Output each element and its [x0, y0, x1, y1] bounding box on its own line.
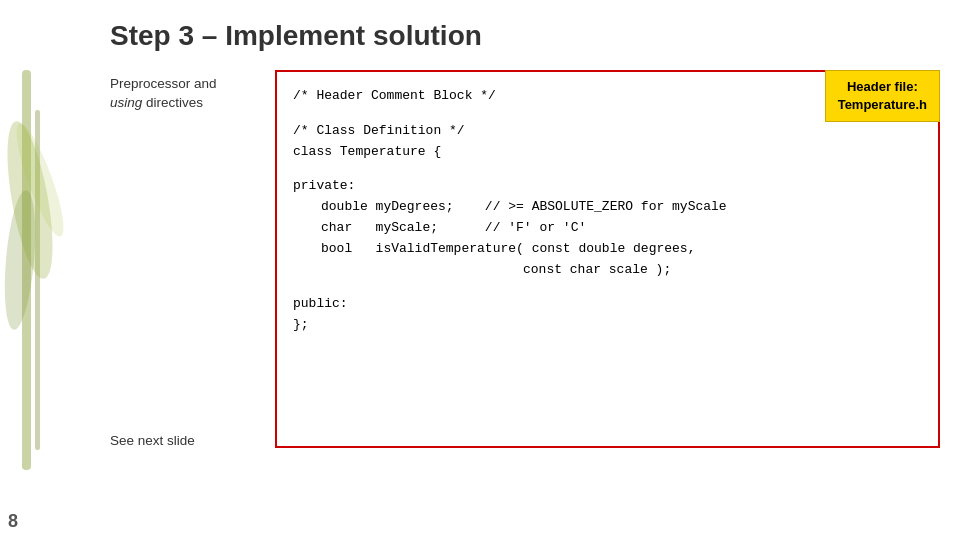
code-line-2: /* Class Definition */ [293, 121, 922, 142]
label-column: Preprocessor and using directives See ne… [110, 70, 275, 448]
code-line-6: char myScale; // 'F' or 'C' [293, 218, 922, 239]
label-preprocessor: Preprocessor and using directives [110, 75, 275, 113]
code-box: Header file: Temperature.h /* Header Com… [275, 70, 940, 448]
code-content: /* Header Comment Block */ /* Class Defi… [293, 86, 922, 336]
content-area: Preprocessor and using directives See ne… [110, 70, 940, 448]
label-preprocessor-italic: using [110, 95, 142, 110]
label-preprocessor-text1: Preprocessor and [110, 76, 217, 91]
slide-number: 8 [8, 511, 18, 532]
code-line-5: double myDegrees; // >= ABSOLUTE_ZERO fo… [293, 197, 922, 218]
tooltip-box: Header file: Temperature.h [825, 70, 940, 122]
code-line-8: const char scale ); [293, 260, 922, 281]
code-line-4: private: [293, 176, 922, 197]
decorative-left [0, 0, 110, 540]
label-preprocessor-text3: directives [142, 95, 203, 110]
code-line-10: }; [293, 315, 922, 336]
slide-title: Step 3 – Implement solution [110, 20, 940, 52]
tooltip-line1: Header file: [847, 79, 918, 94]
code-line-7: bool isValidTemperature( const double de… [293, 239, 922, 260]
main-content: Step 3 – Implement solution Preprocessor… [110, 20, 940, 520]
tooltip-line2: Temperature.h [838, 97, 927, 112]
code-line-3: class Temperature { [293, 142, 922, 163]
label-see-next: See next slide [110, 433, 275, 448]
code-line-9: public: [293, 294, 922, 315]
